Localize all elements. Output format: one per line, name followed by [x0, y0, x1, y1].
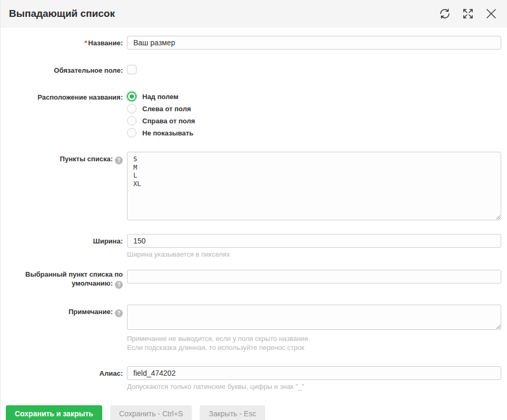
radio-option-left[interactable]: Слева от поля	[127, 104, 501, 113]
dialog-header: Выпадающий список	[1, 0, 507, 27]
width-label: Ширина:	[1, 234, 127, 259]
required-asterisk: *	[84, 39, 87, 47]
required-checkbox[interactable]	[127, 65, 136, 74]
note-hint-line-1: Примечание не выводится, если у поля скр…	[127, 335, 501, 344]
default-item-input[interactable]	[127, 270, 501, 284]
field-row-name: *Название:	[1, 36, 501, 50]
width-input[interactable]	[127, 234, 501, 248]
note-textarea[interactable]	[127, 305, 501, 330]
radio-label-right: Справа от поля	[142, 117, 195, 125]
save-and-close-button[interactable]: Сохранить и закрыть	[6, 405, 102, 420]
note-hint-line-2: Если подсказка длинная, то используйте п…	[127, 344, 501, 353]
radio-label-above: Над полем	[142, 93, 179, 101]
field-row-list-items: Пункты списка: S M L XL	[1, 152, 501, 222]
help-icon[interactable]	[115, 157, 123, 164]
label-position-radio-0[interactable]	[127, 92, 136, 101]
label-position-radio-group: Над полем Слева от поля Справа от поля Н…	[127, 90, 501, 140]
radio-label-hidden: Не показывать	[142, 129, 193, 137]
note-label: Примечание:	[1, 305, 127, 353]
field-row-label-position: Расположение названия: Над полем Слева о…	[1, 90, 501, 140]
required-field-label: Обязательное поле:	[1, 63, 127, 76]
help-icon[interactable]	[115, 281, 123, 289]
close-button[interactable]: Закрыть - Esc	[200, 405, 265, 420]
field-row-alias: Алиас: Допускаются только латинские букв…	[1, 366, 501, 392]
radio-option-above[interactable]: Над полем	[127, 92, 501, 101]
dropdown-field-settings-dialog: Выпадающий список	[0, 0, 507, 420]
list-items-label: Пункты списка:	[1, 152, 127, 222]
width-hint: Ширина указывается в пикселях	[127, 250, 501, 259]
field-row-width: Ширина: Ширина указывается в пикселях	[1, 234, 501, 259]
default-item-label-text: Выбранный пункт списка по умолчанию:	[25, 270, 123, 288]
refresh-icon[interactable]	[438, 7, 451, 20]
dialog-title: Выпадающий список	[9, 8, 115, 19]
dialog-footer: Сохранить и закрыть Сохранить - Ctrl+S З…	[1, 405, 507, 420]
label-position-radio-2[interactable]	[127, 116, 136, 125]
name-label: *Название:	[1, 36, 127, 50]
list-items-textarea[interactable]: S M L XL	[127, 152, 501, 220]
radio-label-left: Слева от поля	[142, 105, 191, 113]
note-label-text: Примечание:	[69, 308, 113, 316]
alias-label: Алиас:	[1, 366, 127, 392]
field-row-default-item: Выбранный пункт списка по умолчанию:	[1, 270, 501, 289]
field-row-note: Примечание: Примечание не выводится, есл…	[1, 305, 501, 353]
alias-hint: Допускаются только латинские буквы, цифр…	[127, 383, 501, 392]
save-button[interactable]: Сохранить - Ctrl+S	[110, 405, 192, 420]
dialog-body: *Название: Обязательное поле: Расположен…	[1, 27, 507, 405]
radio-option-hidden[interactable]: Не показывать	[127, 128, 501, 138]
label-position-label: Расположение названия:	[1, 90, 127, 140]
field-row-required: Обязательное поле:	[1, 63, 501, 76]
alias-input[interactable]	[127, 366, 501, 380]
help-icon[interactable]	[115, 309, 123, 317]
name-label-text: Название:	[88, 39, 123, 47]
default-item-label: Выбранный пункт списка по умолчанию:	[1, 270, 127, 289]
name-input[interactable]	[127, 36, 501, 50]
list-items-label-text: Пункты списка:	[60, 155, 113, 163]
close-icon[interactable]	[485, 7, 498, 20]
label-position-radio-3[interactable]	[127, 128, 136, 138]
radio-option-right[interactable]: Справа от поля	[127, 116, 501, 125]
label-position-radio-1[interactable]	[127, 104, 136, 113]
expand-icon[interactable]	[462, 7, 474, 20]
dialog-header-actions	[438, 7, 498, 20]
